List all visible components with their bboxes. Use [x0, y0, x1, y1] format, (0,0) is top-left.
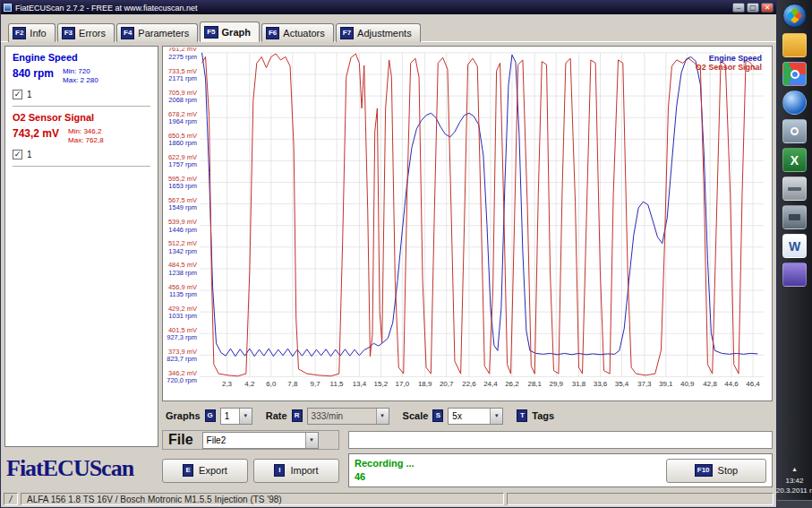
- windows-flag-icon: [786, 7, 802, 23]
- graphs-key: G: [205, 409, 216, 422]
- tab-parameters[interactable]: F4 Parameters: [116, 23, 198, 42]
- show-desktop-button[interactable]: [777, 500, 812, 508]
- scale-select[interactable]: 5x ▾: [448, 408, 503, 425]
- recording-status: Recording ...: [355, 457, 666, 470]
- svg-text:11,5: 11,5: [330, 380, 345, 388]
- tab-info[interactable]: F2 Info: [8, 23, 56, 42]
- maximize-button[interactable]: ▢: [747, 3, 759, 13]
- blue-app-icon[interactable]: [782, 90, 807, 115]
- status-bar: / ALFA 156 1.8 TS 16V / Bosch Motronic M…: [1, 491, 776, 507]
- close-button[interactable]: ✕: [761, 3, 774, 13]
- svg-text:2171 rpm: 2171 rpm: [168, 74, 197, 82]
- device-icon[interactable]: [782, 205, 807, 229]
- signal-channel: 1: [27, 90, 32, 99]
- recording-count: 46: [355, 470, 666, 484]
- signal-max: Max: 2 280: [63, 76, 98, 85]
- svg-text:4,2: 4,2: [244, 380, 254, 388]
- printer-icon[interactable]: [782, 177, 807, 201]
- purple-app-icon[interactable]: [782, 263, 807, 287]
- excel-icon[interactable]: X: [782, 148, 807, 172]
- signal-engine-speed: Engine Speed 840 rpm Min: 720 Max: 2 280…: [13, 52, 150, 107]
- device-bar-icon: [789, 214, 800, 220]
- svg-text:927,3 rpm: 927,3 rpm: [167, 333, 197, 341]
- svg-text:24,4: 24,4: [483, 380, 498, 388]
- tab-graph[interactable]: F5 Graph: [200, 22, 260, 42]
- svg-text:39,1: 39,1: [659, 380, 673, 388]
- svg-text:1549 rpm: 1549 rpm: [168, 204, 197, 212]
- stop-key: F10: [695, 464, 713, 477]
- chevron-down-icon[interactable]: ▾: [376, 409, 389, 424]
- signal-checkbox[interactable]: ✓: [13, 90, 22, 99]
- svg-text:37,3: 37,3: [637, 380, 652, 388]
- svg-text:O2 Sensor Signal: O2 Sensor Signal: [696, 63, 762, 72]
- graphs-label: Graphs: [166, 410, 201, 421]
- folder-icon[interactable]: [782, 33, 807, 57]
- tab-key-f2: F2: [13, 27, 26, 39]
- svg-text:13,4: 13,4: [353, 380, 367, 388]
- word-icon[interactable]: W: [782, 234, 807, 258]
- chevron-down-icon[interactable]: ▾: [239, 409, 252, 424]
- tab-bar: F2 Info F3 Errors F4 Parameters F5 Graph…: [1, 14, 776, 41]
- chevron-down-icon[interactable]: ▾: [490, 409, 502, 424]
- svg-text:1342 rpm: 1342 rpm: [168, 247, 197, 255]
- svg-text:46,4: 46,4: [746, 380, 760, 388]
- tags-key: T: [517, 409, 527, 422]
- scale-label: Scale: [403, 410, 429, 421]
- signal-max: Max: 762,8: [68, 136, 104, 145]
- chevron-down-icon[interactable]: ▾: [305, 433, 318, 448]
- file-panel: File File2 ▾: [162, 430, 339, 450]
- svg-text:1446 rpm: 1446 rpm: [168, 226, 197, 234]
- svg-text:18,9: 18,9: [418, 380, 432, 388]
- signal-name: O2 Sensor Signal: [13, 112, 150, 123]
- signal-channel: 1: [27, 150, 32, 159]
- import-button[interactable]: I Import: [253, 459, 339, 483]
- file-select[interactable]: File2 ▾: [202, 432, 319, 449]
- svg-text:26,2: 26,2: [505, 380, 519, 388]
- svg-text:1238 rpm: 1238 rpm: [168, 269, 197, 277]
- app-window: FiatECUScan 2.7.2 - FREE at www.fiatecus…: [0, 0, 777, 508]
- graph-area[interactable]: 2,34,26,07,89,711,513,415,217,018,920,72…: [162, 46, 773, 401]
- svg-text:35,4: 35,4: [615, 380, 629, 388]
- stop-button[interactable]: F10 Stop: [666, 459, 766, 483]
- svg-text:1135 rpm: 1135 rpm: [169, 290, 197, 298]
- tab-adjustments[interactable]: F7 Adjustments: [336, 23, 421, 42]
- svg-text:1653 rpm: 1653 rpm: [168, 182, 197, 190]
- taskbar: X W ▴ 13:42 20.3.2011 г.: [777, 0, 812, 508]
- tab-label-actuators: Actuators: [283, 28, 324, 39]
- tray-arrow-icon[interactable]: ▴: [792, 465, 796, 473]
- minimize-button[interactable]: –: [732, 3, 745, 13]
- export-key: E: [183, 464, 193, 477]
- browser-icon[interactable]: [782, 62, 807, 86]
- tab-errors[interactable]: F3 Errors: [57, 23, 115, 42]
- recording-panel: Recording ... 46 F10 Stop: [348, 453, 773, 487]
- export-button[interactable]: E Export: [162, 459, 248, 483]
- tray-area[interactable]: ▴: [792, 464, 796, 477]
- rate-select[interactable]: 333/min ▾: [307, 408, 389, 425]
- svg-text:2,3: 2,3: [222, 380, 233, 388]
- graphs-select[interactable]: 1 ▾: [220, 408, 252, 425]
- browser-icon-center: [791, 70, 799, 79]
- titlebar[interactable]: FiatECUScan 2.7.2 - FREE at www.fiatecus…: [1, 1, 776, 14]
- tab-key-f3: F3: [62, 27, 75, 39]
- file-label: File: [168, 432, 193, 448]
- tab-actuators[interactable]: F6 Actuators: [261, 23, 334, 42]
- signal-o2-sensor: O2 Sensor Signal 743,2 mV Min: 346,2 Max…: [13, 112, 150, 167]
- scale-key: S: [432, 409, 443, 422]
- status-filler: [507, 493, 774, 505]
- rate-label: Rate: [266, 410, 287, 421]
- taskbar-clock[interactable]: 13:42 20.3.2011 г.: [776, 477, 812, 500]
- clock-time: 13:42: [776, 477, 812, 486]
- signal-value: 840 rpm: [13, 67, 54, 80]
- svg-text:28,1: 28,1: [527, 380, 542, 388]
- record-row: E Export I Import Recording ... 46: [162, 453, 773, 487]
- import-key: I: [274, 464, 285, 477]
- svg-text:44,6: 44,6: [724, 380, 739, 388]
- signal-checkbox[interactable]: ✓: [13, 150, 22, 159]
- start-button[interactable]: [782, 4, 807, 28]
- svg-text:40,9: 40,9: [680, 380, 695, 388]
- svg-text:2275 rpm: 2275 rpm: [168, 53, 197, 61]
- svg-text:20,7: 20,7: [440, 380, 454, 388]
- tags-input[interactable]: [348, 431, 773, 449]
- svg-text:1860 rpm: 1860 rpm: [168, 139, 197, 147]
- search-icon[interactable]: [782, 119, 807, 143]
